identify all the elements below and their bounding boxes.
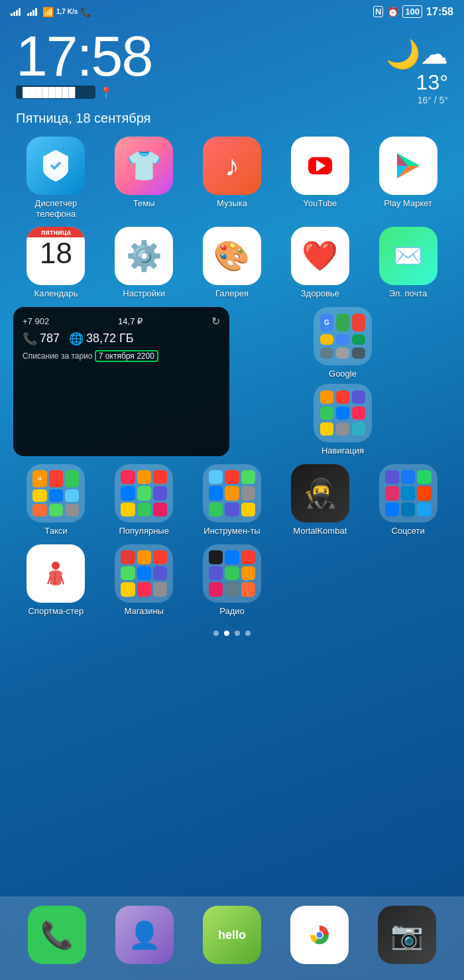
nav-icon-3 (352, 391, 365, 404)
page-dot-4[interactable] (245, 631, 251, 636)
tariff-date: 7 октября 2200 (95, 350, 158, 362)
google-folder-label: Google (329, 369, 357, 379)
google-icon-8 (336, 347, 349, 358)
dock-camera[interactable]: 📷 (366, 906, 448, 964)
yt-play-button (308, 157, 332, 174)
heart-icon: ❤️ (302, 239, 338, 273)
widget-area: +7 902 14,7 ₽ ↻ 📞 787 🌐 38,72 ГБ Списани… (0, 304, 464, 461)
network-speed: 1,7 K/s (56, 8, 78, 15)
page-dot-3[interactable] (235, 631, 240, 636)
nav-icon-5 (336, 406, 349, 420)
pinwheel-icon: 🎨 (213, 239, 250, 273)
google-icon-3 (352, 314, 365, 332)
radio-label: Радио (219, 606, 245, 617)
google-icon-9 (352, 347, 365, 358)
refresh-icon[interactable]: ↻ (211, 315, 220, 328)
widget-top-row: +7 902 14,7 ₽ ↻ (23, 315, 220, 328)
app-playmarket[interactable]: Play Маркет (365, 137, 451, 219)
date-display: Пятница, 18 сентября (0, 111, 464, 126)
page-dot-2[interactable] (224, 631, 229, 636)
app-music[interactable]: ♪ Музыка (190, 137, 275, 219)
app-email[interactable]: ✉️ Эл. почта (365, 227, 451, 299)
app-row-2: пятница 18 Календарь ⚙️ Настройки 🎨 Гале… (0, 224, 464, 304)
app-social[interactable]: Соцсети (365, 464, 451, 536)
tools-label: Инструмен-ты (203, 526, 260, 536)
app-settings[interactable]: ⚙️ Настройки (101, 227, 187, 299)
location-bar: ████████ 📍 (16, 86, 152, 99)
signal-bars-1 (11, 8, 21, 16)
app-health[interactable]: ❤️ Здоровье (277, 227, 363, 299)
widget-internet: 🌐 38,72 ГБ (69, 332, 134, 346)
phone-call-icon: 📞 (23, 332, 37, 346)
nav-icon-8 (336, 422, 349, 436)
globe-icon: 🌐 (69, 332, 84, 346)
widget-calls: 📞 787 (23, 332, 60, 346)
calendar-label: Календарь (34, 288, 78, 299)
taxi-folder-icon: U (27, 464, 85, 522)
messages-dock-icon: hello (203, 906, 261, 964)
radio-folder-icon (203, 544, 261, 603)
app-sportmaster[interactable]: Спортма-стер (13, 544, 99, 617)
weather-icon: 🌙☁ (386, 38, 448, 70)
tariff-text: Списание за тарио (23, 351, 92, 361)
dock-chrome[interactable] (278, 906, 361, 964)
nav-icon-4 (320, 406, 333, 420)
app-gallery[interactable]: 🎨 Галерея (190, 227, 275, 299)
widget-data-row: 📞 787 🌐 38,72 ГБ (23, 332, 220, 346)
dock-contacts[interactable]: 👤 (103, 906, 186, 964)
phone-icon: 📞 (80, 7, 91, 17)
calendar-day-number: 18 (40, 237, 72, 269)
mortalkombat-label: MortalKombat (293, 526, 347, 536)
social-folder-icon (379, 464, 437, 522)
right-widget-col: G Google (235, 307, 451, 456)
status-right: N ⏰ 100 17:58 (373, 5, 453, 18)
google-icon-6 (352, 334, 365, 345)
settings-icon: ⚙️ (115, 227, 173, 285)
app-popular[interactable]: Популярные (101, 464, 187, 536)
page-dot-1[interactable] (213, 631, 219, 636)
dock-phone[interactable]: 📞 (16, 906, 98, 964)
shops-label: Магазины (124, 606, 164, 617)
dock-messages[interactable]: hello (191, 906, 273, 964)
youtube-label: YouTube (303, 198, 337, 209)
app-dispatcher[interactable]: Диспетчер телефона (13, 137, 99, 219)
app-taxi[interactable]: U Такси (13, 464, 99, 536)
empty-slot-1 (277, 544, 363, 617)
temperature-main: 13° (386, 70, 448, 95)
playmarket-icon (379, 137, 437, 195)
app-row-3: U Такси Популярные (0, 461, 464, 542)
app-mortalkombat[interactable]: 🥷 MortalKombat (277, 464, 363, 536)
app-calendar[interactable]: пятница 18 Календарь (13, 227, 99, 299)
navigation-folder[interactable]: Навигация (235, 384, 451, 456)
alarm-icon: ⏰ (387, 7, 398, 17)
signal-bars-2 (27, 8, 37, 16)
empty-slot-2 (365, 544, 451, 617)
internet-usage: 38,72 ГБ (86, 332, 134, 345)
navigation-folder-label: Навигация (321, 446, 364, 456)
app-tools[interactable]: Инструмен-ты (190, 464, 275, 536)
camera-dock-icon: 📷 (378, 906, 436, 964)
chrome-dock-icon (290, 906, 349, 964)
music-icon: ♪ (203, 137, 261, 195)
calls-count: 787 (40, 332, 60, 345)
music-label: Музыка (217, 198, 247, 209)
gallery-icon: 🎨 (203, 227, 261, 285)
app-youtube[interactable]: YouTube (277, 137, 363, 219)
nav-icon-2 (336, 391, 349, 404)
google-folder-icon: G (314, 307, 372, 365)
status-bar: 📶 1,7 K/s 📞 N ⏰ 100 17:58 (0, 0, 464, 21)
popular-folder-icon (115, 464, 173, 522)
google-icon-5 (336, 334, 349, 345)
google-icon-4 (320, 334, 333, 345)
taxi-label: Такси (44, 526, 67, 536)
widget-balance: 14,7 ₽ (118, 316, 143, 326)
phone-widget[interactable]: +7 902 14,7 ₽ ↻ 📞 787 🌐 38,72 ГБ Списани… (13, 307, 229, 456)
app-radio[interactable]: Радио (190, 544, 275, 617)
shops-folder-icon (115, 544, 173, 603)
app-shops[interactable]: Магазины (101, 544, 187, 617)
nav-icon-6 (352, 406, 365, 420)
google-folder[interactable]: G Google (235, 307, 451, 379)
location-pin-icon: 📍 (99, 86, 113, 99)
status-time: 17:58 (426, 6, 453, 18)
app-themes[interactable]: 👕 Темы (101, 137, 187, 219)
